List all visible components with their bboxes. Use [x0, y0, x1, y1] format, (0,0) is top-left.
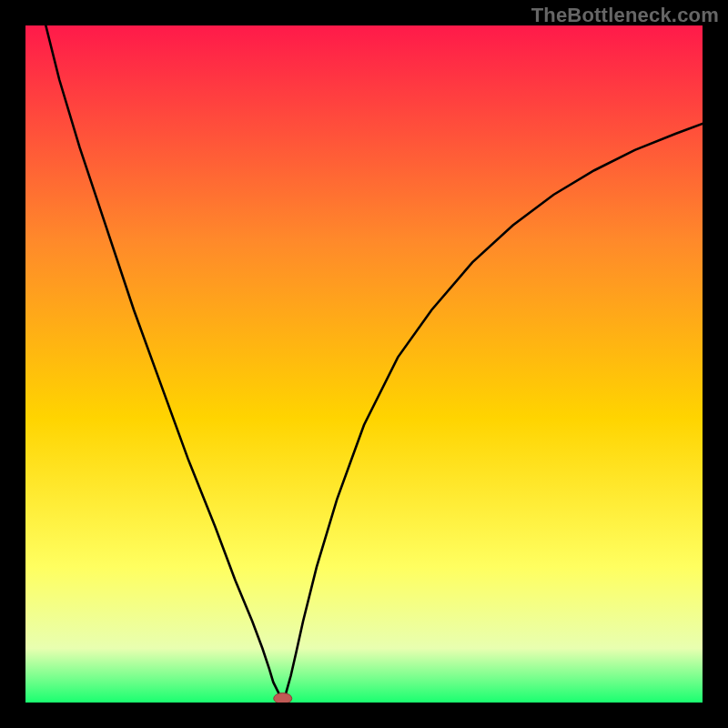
chart-frame: TheBottleneck.com — [0, 0, 728, 728]
watermark-text: TheBottleneck.com — [531, 4, 719, 27]
plot-area — [25, 25, 703, 703]
bottleneck-plot — [25, 25, 703, 703]
minimum-marker — [274, 693, 292, 703]
gradient-background — [25, 25, 703, 703]
